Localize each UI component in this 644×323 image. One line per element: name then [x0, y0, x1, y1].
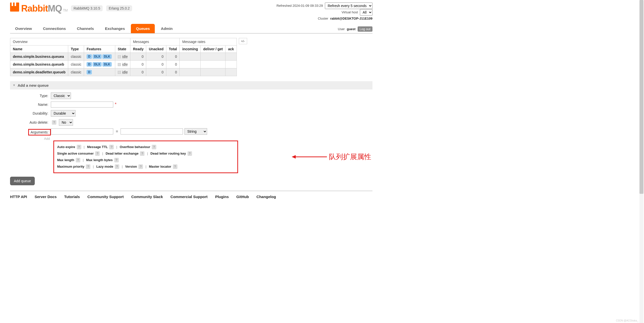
argument-hint[interactable]: Overflow behaviour [120, 144, 150, 150]
argument-hint[interactable]: Dead letter exchange [106, 150, 139, 157]
state-text: idle [122, 62, 128, 66]
footer-link[interactable]: Tutorials [64, 195, 80, 199]
columns-toggle-button[interactable]: +/- [239, 38, 247, 44]
argument-hint[interactable]: Dead letter routing key [150, 150, 186, 157]
queues-table: Overview Messages Message rates NameType… [10, 38, 237, 76]
deliver-cell [201, 53, 225, 60]
argument-key-input[interactable] [51, 128, 113, 134]
tab-queues[interactable]: Queues [131, 24, 155, 33]
footer-link[interactable]: Plugins [215, 195, 229, 199]
hint-help-icon[interactable]: ? [187, 151, 192, 156]
tab-channels[interactable]: Channels [72, 24, 99, 33]
user-value: guest [347, 27, 356, 31]
refresh-interval-select[interactable]: Refresh every 5 seconds [325, 3, 372, 9]
hint-help-icon[interactable]: ? [138, 164, 143, 169]
argument-hint[interactable]: Maximum priority [57, 163, 84, 170]
user-row: User guest Log out [338, 26, 373, 33]
footer-link[interactable]: Changelog [256, 195, 276, 199]
argument-hint[interactable]: Message TTL [87, 144, 108, 150]
argument-hint[interactable]: Max length [57, 157, 74, 163]
add-queue-title: Add a new queue [18, 83, 49, 87]
footer-link[interactable]: Commercial Support [170, 195, 208, 199]
argument-hint[interactable]: Single active consumer [57, 150, 94, 157]
scrollbar[interactable] [639, 0, 643, 204]
column-header[interactable]: Type [68, 45, 84, 53]
unacked-cell: 0 [146, 60, 166, 68]
hint-help-icon[interactable]: ? [76, 158, 80, 162]
hint-help-icon[interactable]: ? [152, 145, 156, 149]
hint-help-icon[interactable]: ? [140, 151, 144, 156]
name-input[interactable] [51, 102, 113, 108]
hint-help-icon[interactable]: ? [86, 164, 90, 169]
table-row: demo.simple.deadletter.queuebclassicDidl… [10, 68, 237, 76]
add-queue-section-header[interactable]: ▼ Add a new queue [10, 81, 372, 89]
argument-type-select[interactable]: String [184, 128, 207, 135]
unacked-cell: 0 [146, 53, 166, 60]
scrollbar-thumb[interactable] [639, 0, 643, 194]
footer-link[interactable]: Community Slack [131, 195, 163, 199]
add-queue-button[interactable]: Add queue [10, 177, 35, 185]
hints-row: Auto expire?|Message TTL?|Overflow behav… [57, 144, 234, 150]
hint-help-icon[interactable]: ? [114, 158, 119, 162]
header: RabbitMQ TM RabbitMQ 3.10.5 Erlang 25.0.… [10, 3, 372, 22]
footer-link[interactable]: GitHub [236, 195, 249, 199]
vhost-label: Virtual host [342, 9, 358, 16]
hint-help-icon[interactable]: ? [77, 145, 81, 149]
autodelete-help-icon[interactable]: ? [52, 120, 56, 125]
queue-name-cell[interactable]: demo.simple.business.queueb [10, 60, 68, 68]
argument-hint[interactable]: Auto expire [57, 144, 75, 150]
footer-link[interactable]: Server Docs [35, 195, 57, 199]
column-header[interactable]: Name [10, 45, 68, 53]
argument-value-input[interactable] [121, 128, 183, 134]
queue-name-cell[interactable]: demo.simple.deadletter.queueb [10, 68, 68, 76]
cluster-label: Cluster [318, 16, 328, 22]
feature-tag: D [87, 62, 92, 67]
svg-marker-1 [292, 155, 296, 159]
column-header[interactable]: Ready [130, 45, 146, 53]
state-text: idle [122, 70, 128, 74]
tab-connections[interactable]: Connections [38, 24, 71, 33]
argument-hint[interactable]: Version [125, 163, 137, 170]
feature-tag: D [87, 70, 92, 74]
type-select[interactable]: Classic [51, 93, 71, 99]
column-header[interactable]: Features [84, 45, 115, 53]
tab-exchanges[interactable]: Exchanges [100, 24, 130, 33]
type-label: Type: [10, 94, 51, 98]
queue-type-cell: classic [68, 53, 84, 60]
durability-select[interactable]: Durable [51, 110, 75, 117]
hint-help-icon[interactable]: ? [173, 164, 177, 169]
column-header[interactable]: incoming [180, 45, 201, 53]
group-overview: Overview [10, 38, 130, 45]
argument-hint[interactable]: Lazy mode [96, 163, 113, 170]
vhost-select[interactable]: All [360, 9, 372, 16]
hint-help-icon[interactable]: ? [95, 151, 100, 156]
hint-help-icon[interactable]: ? [109, 145, 114, 149]
separator: | [100, 150, 105, 157]
column-header[interactable]: State [115, 45, 130, 53]
group-messagerates: Message rates [180, 38, 237, 45]
feature-tag: D [87, 54, 92, 59]
column-header[interactable]: Total [166, 45, 179, 53]
argument-hint[interactable]: Max length bytes [86, 157, 112, 163]
footer-link[interactable]: Community Support [87, 195, 124, 199]
queue-name-cell[interactable]: demo.simple.business.queuea [10, 53, 68, 60]
column-header[interactable]: ack [225, 45, 237, 53]
footer-link[interactable]: HTTP API [10, 195, 27, 199]
logout-button[interactable]: Log out [358, 26, 372, 32]
name-label: Name: [10, 103, 51, 107]
tab-overview[interactable]: Overview [10, 24, 37, 33]
column-header[interactable]: Unacked [146, 45, 166, 53]
table-group-header-row: Overview Messages Message rates [10, 38, 237, 45]
logo-text-mq: MQ [48, 3, 62, 14]
feature-tag: DLX [93, 62, 102, 67]
column-header[interactable]: deliver / get [201, 45, 225, 53]
state-text: idle [122, 55, 128, 59]
tab-admin[interactable]: Admin [156, 24, 178, 33]
separator: | [82, 144, 87, 150]
durability-label: Durability: [10, 111, 51, 115]
argument-hint[interactable]: Master locator [149, 163, 171, 170]
hint-help-icon[interactable]: ? [115, 164, 119, 169]
autodelete-select[interactable]: No [59, 119, 73, 126]
cluster-value: rabbit@DESKTOP-J11E109 [330, 16, 372, 22]
refreshed-label: Refreshed 2024-01-09 09:33:29 [277, 3, 323, 9]
